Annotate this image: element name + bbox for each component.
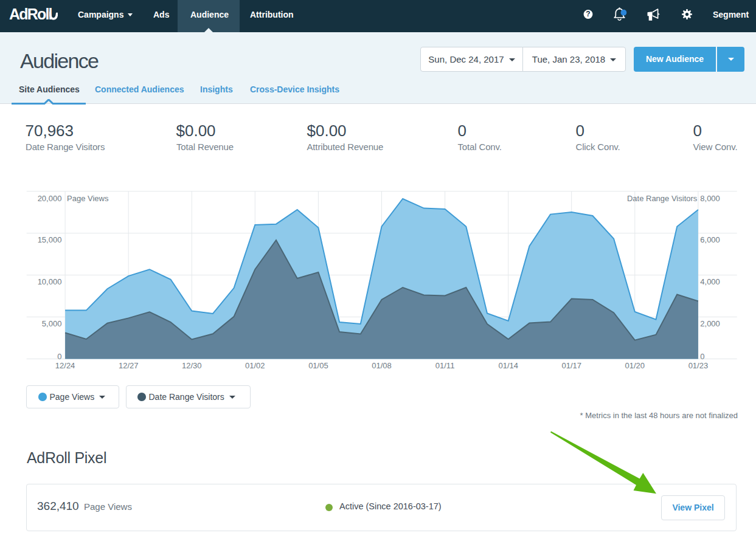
svg-text:15,000: 15,000 xyxy=(38,235,62,244)
svg-text:01/08: 01/08 xyxy=(372,361,392,370)
svg-text:4,000: 4,000 xyxy=(700,277,720,286)
svg-text:01/23: 01/23 xyxy=(688,361,709,370)
svg-text:?: ? xyxy=(586,10,590,18)
svg-text:12/24: 12/24 xyxy=(55,361,75,370)
svg-text:Page Views: Page Views xyxy=(67,194,109,203)
svg-text:01/05: 01/05 xyxy=(308,361,328,370)
svg-text:2,000: 2,000 xyxy=(700,319,720,328)
svg-text:12/30: 12/30 xyxy=(182,361,202,370)
svg-text:Date Range Visitors: Date Range Visitors xyxy=(627,194,698,203)
svg-text:0: 0 xyxy=(57,352,61,361)
svg-text:12/27: 12/27 xyxy=(119,361,139,370)
svg-text:01/02: 01/02 xyxy=(245,361,265,370)
svg-text:10,000: 10,000 xyxy=(38,277,62,286)
svg-text:01/11: 01/11 xyxy=(435,361,455,370)
svg-text:0: 0 xyxy=(700,352,704,361)
svg-text:20,000: 20,000 xyxy=(38,194,62,203)
svg-text:01/14: 01/14 xyxy=(498,361,518,370)
svg-text:6,000: 6,000 xyxy=(700,235,720,244)
svg-text:01/20: 01/20 xyxy=(625,361,645,370)
svg-text:8,000: 8,000 xyxy=(700,194,720,203)
svg-text:01/17: 01/17 xyxy=(561,361,581,370)
svg-text:5,000: 5,000 xyxy=(42,319,62,328)
